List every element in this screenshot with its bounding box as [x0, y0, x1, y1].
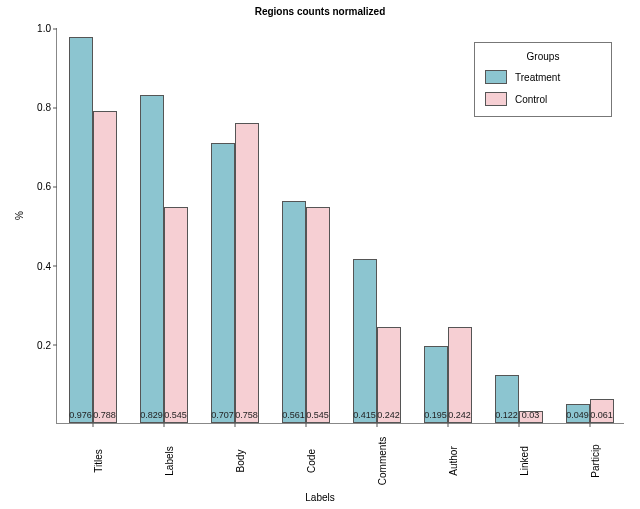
y-tick: 0.6 [21, 181, 51, 192]
x-category-label: Code [306, 449, 317, 473]
x-category-label: Author [448, 446, 459, 475]
bar-treatment [69, 37, 93, 423]
y-axis-label: % [14, 211, 25, 220]
bar-value-treatment: 0.049 [566, 410, 590, 420]
bar-value-control: 0.242 [377, 410, 401, 420]
bar-control [235, 123, 259, 423]
legend-label-treatment: Treatment [515, 72, 560, 83]
y-tick: 1.0 [21, 23, 51, 34]
chart-container: Regions counts normalized % 0.9760.7880.… [0, 0, 640, 509]
x-category-label: Comments [377, 437, 388, 485]
bar-value-control: 0.545 [164, 410, 188, 420]
bar-value-control: 0.03 [519, 410, 543, 420]
bar-value-treatment: 0.561 [282, 410, 306, 420]
x-tick [518, 423, 519, 427]
bar-control [164, 207, 188, 423]
bar-value-treatment: 0.195 [424, 410, 448, 420]
legend-title: Groups [485, 51, 601, 62]
bar-value-treatment: 0.976 [69, 410, 93, 420]
chart-title: Regions counts normalized [0, 6, 640, 17]
x-category-label: Body [235, 450, 246, 473]
bar-value-control: 0.242 [448, 410, 472, 420]
bar-control [93, 111, 117, 423]
legend: Groups Treatment Control [474, 42, 612, 117]
legend-item-treatment: Treatment [485, 70, 601, 84]
x-tick [92, 423, 93, 427]
y-tick: 0.4 [21, 260, 51, 271]
x-tick [447, 423, 448, 427]
bar-value-treatment: 0.707 [211, 410, 235, 420]
x-category-label: Labels [164, 446, 175, 475]
x-tick [376, 423, 377, 427]
x-axis-label: Labels [0, 492, 640, 503]
bar-value-control: 0.061 [590, 410, 614, 420]
x-category-label: Particip [590, 444, 601, 477]
x-tick [234, 423, 235, 427]
bar-treatment [353, 259, 377, 423]
x-category-label: Titles [93, 449, 104, 473]
x-tick [163, 423, 164, 427]
bar-control [448, 327, 472, 423]
bar-control [306, 207, 330, 423]
legend-swatch-treatment [485, 70, 507, 84]
legend-swatch-control [485, 92, 507, 106]
bar-treatment [140, 95, 164, 423]
bar-value-control: 0.758 [235, 410, 259, 420]
y-tick: 0.2 [21, 339, 51, 350]
plot-area: 0.9760.7880.8290.5450.7070.7580.5610.545… [56, 28, 624, 424]
bar-value-treatment: 0.122 [495, 410, 519, 420]
legend-label-control: Control [515, 94, 547, 105]
bar-value-treatment: 0.829 [140, 410, 164, 420]
x-category-label: Linked [519, 446, 530, 475]
y-tick: 0.8 [21, 102, 51, 113]
bar-value-treatment: 0.415 [353, 410, 377, 420]
x-tick [305, 423, 306, 427]
bar-treatment [282, 201, 306, 423]
bar-control [377, 327, 401, 423]
bar-value-control: 0.545 [306, 410, 330, 420]
bar-treatment [211, 143, 235, 423]
legend-item-control: Control [485, 92, 601, 106]
x-tick [589, 423, 590, 427]
bar-value-control: 0.788 [93, 410, 117, 420]
